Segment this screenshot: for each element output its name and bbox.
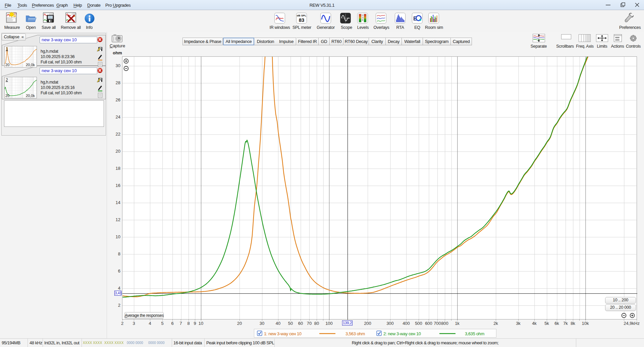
svg-text:0: 0	[362, 14, 363, 16]
svg-text:83: 83	[299, 17, 305, 23]
svg-text:3: 3	[362, 16, 363, 19]
svg-text:6: 6	[362, 19, 363, 21]
svg-text:dB SPL: dB SPL	[297, 14, 307, 17]
